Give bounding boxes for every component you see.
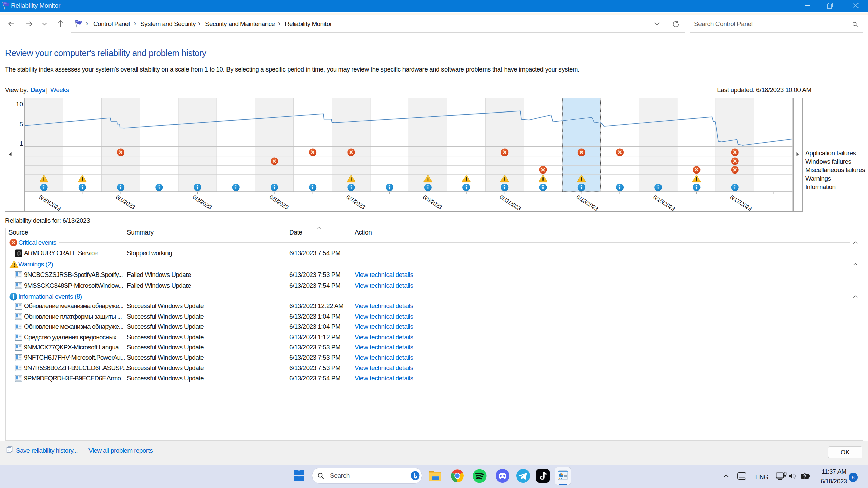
svg-text:6/15/2023: 6/15/2023 [652, 194, 676, 212]
svg-text:10: 10 [16, 101, 23, 108]
svg-text:6/17/2023: 6/17/2023 [729, 194, 753, 212]
svg-text:6/9/2023: 6/9/2023 [422, 194, 443, 210]
svg-text:6/7/2023: 6/7/2023 [345, 194, 366, 210]
svg-text:5: 5 [19, 121, 23, 128]
svg-text:6/3/2023: 6/3/2023 [191, 194, 213, 210]
svg-text:1: 1 [19, 140, 23, 147]
svg-text:5/30/2023: 5/30/2023 [38, 194, 62, 212]
svg-text:6/13/2023: 6/13/2023 [575, 194, 599, 212]
svg-text:6/11/2023: 6/11/2023 [498, 194, 522, 212]
svg-text:6/1/2023: 6/1/2023 [115, 194, 136, 210]
svg-text:6/5/2023: 6/5/2023 [268, 194, 290, 210]
